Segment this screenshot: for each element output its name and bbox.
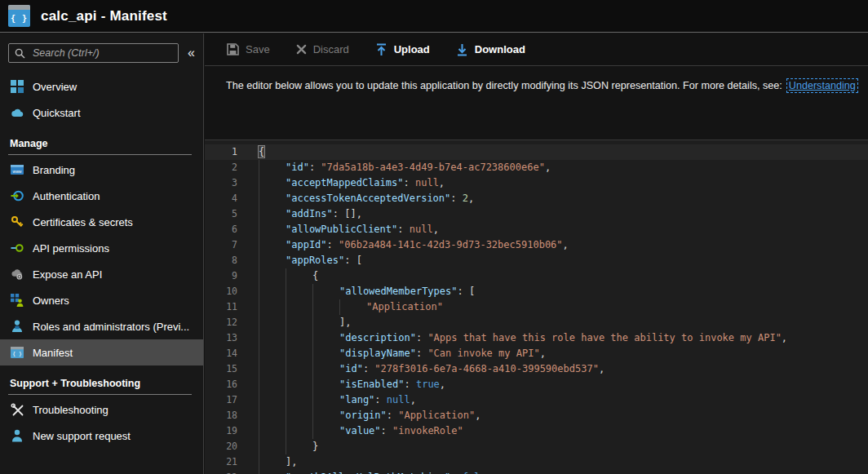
indent-guide: [286, 268, 312, 284]
authentication-icon: [10, 189, 24, 202]
understanding-manifest-link[interactable]: Understanding: [786, 78, 858, 93]
code-text: "isEnabled": true,: [259, 377, 445, 392]
manifest-icon: { }: [10, 347, 24, 358]
json-editor[interactable]: 1{2"id": "7da5a18b-a4e3-4d49-b7e4-ac7238…: [205, 140, 868, 474]
section-divider: [8, 394, 192, 395]
api-permissions-icon: [10, 241, 24, 255]
line-number: 22: [205, 470, 237, 474]
line-number: 11: [205, 299, 237, 315]
sidebar-item-label: Certificates & secrets: [33, 216, 133, 228]
code-text: ],: [259, 454, 297, 470]
sidebar-item-troubleshooting[interactable]: Troubleshooting: [0, 396, 203, 423]
code-line[interactable]: 10"allowedMemberTypes": [: [205, 284, 868, 299]
sidebar-item-manifest[interactable]: { }Manifest: [0, 339, 203, 365]
sidebar-item-overview[interactable]: Overview: [0, 73, 203, 100]
indent-guide: [286, 361, 312, 377]
sidebar-item-label: Manifest: [33, 347, 73, 359]
code-line[interactable]: 8"appRoles": [: [205, 253, 868, 268]
sidebar-item-label: Expose an API: [33, 268, 102, 281]
indent-guide: [312, 330, 339, 346]
troubleshooting-icon: [10, 403, 24, 416]
code-line[interactable]: 5"addIns": [],: [205, 206, 868, 222]
owners-icon: [10, 294, 24, 307]
line-number: 5: [205, 206, 237, 222]
code-text: "appId": "06b2a484-141c-42d3-9d73-32bec5…: [259, 237, 569, 253]
code-line[interactable]: 18"origin": "Application",: [205, 408, 868, 423]
sidebar-item-branding[interactable]: wwwBranding: [0, 157, 203, 183]
code-text: "description": "Apps that have this role…: [259, 330, 787, 346]
upload-icon: [375, 43, 388, 56]
indent-guide: [312, 284, 339, 299]
code-line[interactable]: 4"accessTokenAcceptedVersion": 2,: [205, 191, 868, 206]
code-text: "value": "invokeRole": [259, 423, 463, 439]
line-number: 16: [205, 377, 237, 392]
code-line[interactable]: 19"value": "invokeRole": [205, 423, 868, 439]
code-line[interactable]: 21],: [205, 454, 868, 470]
indent-guide: [259, 299, 286, 315]
chevrons-left-icon: «: [188, 46, 195, 60]
sidebar-item-api-permissions[interactable]: API permissions: [0, 235, 203, 261]
manifest-toolbar: Save Discard Upload Download: [205, 33, 868, 66]
code-line[interactable]: 13"description": "Apps that have this ro…: [205, 330, 868, 346]
indent-guide: [286, 315, 312, 330]
download-button[interactable]: Download: [456, 43, 525, 56]
indent-guide: [259, 408, 286, 423]
line-number: 10: [205, 284, 237, 299]
code-line[interactable]: 7"appId": "06b2a484-141c-42d3-9d73-32bec…: [205, 237, 868, 253]
code-line[interactable]: 9{: [205, 268, 868, 284]
indent-guide: [312, 346, 339, 361]
code-line[interactable]: 2"id": "7da5a18b-a4e3-4d49-b7e4-ac723860…: [205, 160, 868, 175]
code-line[interactable]: 17"lang": null,: [205, 392, 868, 408]
indent-guide: [286, 284, 312, 299]
upload-button-label: Upload: [394, 43, 430, 55]
certificates-icon: [10, 215, 24, 228]
sidebar-item-quickstart[interactable]: Quickstart: [0, 100, 203, 126]
code-text: "id": "7da5a18b-a4e3-4d49-b7e4-ac7238600…: [259, 160, 551, 175]
quickstart-icon: [10, 108, 24, 117]
search-input[interactable]: [31, 47, 172, 60]
code-line[interactable]: 12],: [205, 315, 868, 330]
code-text: "lang": null,: [259, 392, 416, 408]
page-title: calc_api - Manifest: [41, 8, 167, 24]
braces-window-icon: { }: [8, 5, 30, 27]
indent-guide: [259, 392, 286, 408]
code-line[interactable]: 11"Application": [205, 299, 868, 315]
collapse-sidebar-button[interactable]: «: [184, 47, 198, 60]
indent-guide: [312, 299, 339, 315]
code-line[interactable]: 20}: [205, 439, 868, 454]
svg-text:www: www: [12, 169, 21, 174]
manifest-info-text: The editor below allows you to update th…: [226, 80, 782, 91]
sidebar-item-certificates-secrets[interactable]: Certificates & secrets: [0, 209, 203, 235]
indent-guide: [259, 253, 286, 268]
sidebar-item-authentication[interactable]: Authentication: [0, 183, 203, 209]
sidebar-item-roles-and-administrators-previ[interactable]: Roles and administrators (Previ...: [0, 313, 203, 339]
code-line[interactable]: 6"allowPublicClient": null,: [205, 222, 868, 237]
expose-api-icon: [10, 268, 24, 280]
line-number: 9: [205, 268, 237, 284]
code-line[interactable]: 1{: [205, 144, 868, 160]
sidebar-item-expose-an-api[interactable]: Expose an API: [0, 261, 203, 287]
code-text: "appRoles": [: [259, 253, 362, 268]
line-number: 20: [205, 439, 237, 454]
save-button-label: Save: [246, 43, 270, 55]
sidebar-section-header: Manage: [0, 135, 203, 149]
sidebar-item-new-support-request[interactable]: New support request: [0, 423, 203, 449]
indent-guide: [312, 315, 339, 330]
indent-guide: [259, 268, 286, 284]
discard-button[interactable]: Discard: [296, 43, 349, 55]
save-button[interactable]: Save: [227, 43, 270, 55]
code-text: {: [259, 144, 264, 160]
sidebar-item-label: Authentication: [33, 190, 100, 202]
code-line[interactable]: 3"acceptMappedClaims": null,: [205, 175, 868, 191]
roles-icon: [10, 320, 24, 333]
code-line[interactable]: 15"id": "278f3016-6e7a-4668-a410-399590e…: [205, 361, 868, 377]
indent-guide: [259, 454, 286, 470]
indent-guide: [312, 361, 339, 377]
sidebar-item-owners[interactable]: Owners: [0, 287, 203, 313]
line-number: 14: [205, 346, 237, 361]
code-line[interactable]: 22"oauth2AllowUrlPathMatching": false,: [205, 470, 868, 474]
upload-button[interactable]: Upload: [375, 43, 430, 56]
indent-guide: [286, 330, 312, 346]
code-line[interactable]: 16"isEnabled": true,: [205, 377, 868, 392]
code-line[interactable]: 14"displayName": "Can invoke my API",: [205, 346, 868, 361]
